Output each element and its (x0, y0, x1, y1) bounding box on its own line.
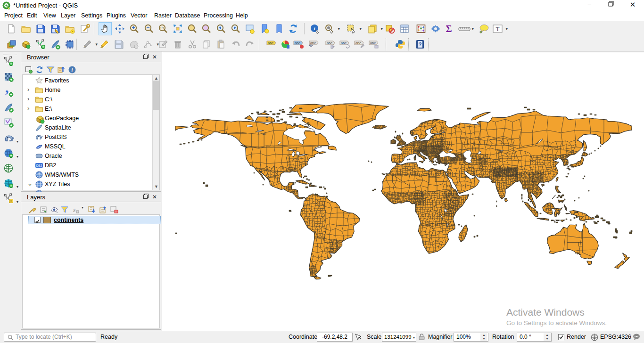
svg-text:i: i (72, 67, 73, 73)
svg-text:T: T (496, 25, 500, 33)
svg-text:abc: abc (295, 41, 300, 45)
svg-text:1:1: 1:1 (160, 26, 165, 30)
svg-text:abc: abc (370, 41, 376, 45)
svg-text:abc: abc (268, 41, 273, 45)
svg-text:abc: abc (341, 41, 347, 45)
svg-text:,: , (5, 87, 9, 95)
svg-text:abc: abc (355, 41, 361, 45)
svg-text:DB2: DB2 (36, 164, 42, 167)
svg-text:abc: abc (327, 41, 332, 45)
svg-text:Σ: Σ (446, 24, 452, 34)
svg-text:ε: ε (73, 206, 76, 213)
svg-text:?: ? (419, 41, 422, 47)
svg-text:*: * (72, 30, 73, 34)
